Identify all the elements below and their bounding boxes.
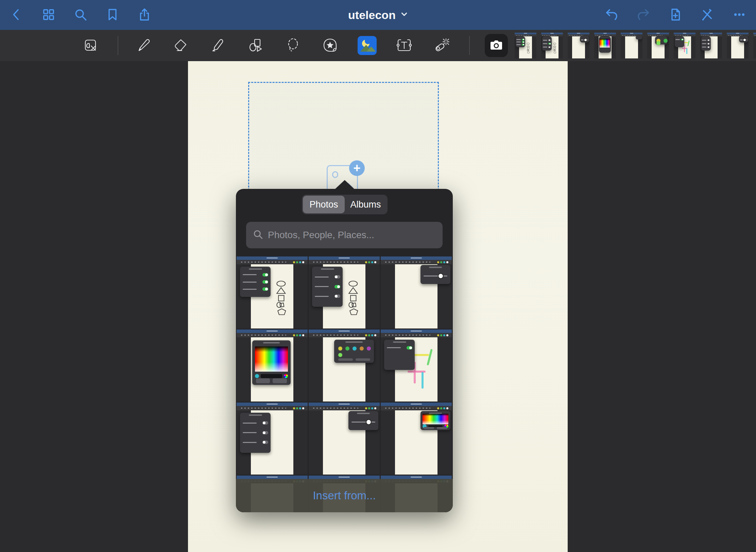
- photo-eraser-options[interactable]: [237, 403, 308, 475]
- mini-navbar: [309, 330, 380, 333]
- mini-toolbar-color-dots: [293, 407, 304, 409]
- mini-toolbar: [381, 260, 452, 264]
- mini-navbar: [237, 476, 308, 479]
- more-button[interactable]: [732, 7, 747, 23]
- photo-picker-popover: Photos Albums Insert from...: [236, 189, 453, 512]
- add-image-plus-badge[interactable]: +: [349, 160, 365, 176]
- pen-tool-button[interactable]: [133, 36, 153, 55]
- text-tool-button[interactable]: [394, 36, 414, 55]
- thumb-highlighter-color-presets[interactable]: [647, 33, 669, 58]
- mini-toggle-row: [243, 288, 268, 291]
- thumbnails-grid-button[interactable]: [41, 7, 56, 23]
- document-title: utelecon: [348, 8, 396, 22]
- thumb-highlighter-strokes[interactable]: [674, 33, 695, 58]
- bookmark-button[interactable]: [105, 7, 120, 23]
- mini-toolbar: [237, 406, 308, 410]
- photo-lasso-tool[interactable]: [237, 256, 308, 328]
- mini-navbar: [309, 403, 380, 406]
- photo-highlighter-color-spectrum[interactable]: [237, 330, 308, 402]
- mini-thickness-slider: [351, 422, 375, 423]
- mini-navbar: [237, 330, 308, 333]
- bookmark-icon: [106, 8, 119, 22]
- mini-toggle-row: [702, 39, 710, 41]
- mini-screenshot: [237, 403, 308, 475]
- photo-shape-tool[interactable]: [309, 256, 380, 328]
- lasso-tool-button[interactable]: [283, 36, 303, 55]
- highlighter-tool-button[interactable]: [208, 36, 228, 55]
- laser-pointer-icon: [433, 37, 450, 54]
- handwriting-tool-button[interactable]: [80, 36, 100, 55]
- photo-search-input[interactable]: [268, 230, 436, 241]
- thumb-pen-color-spectrum[interactable]: [753, 33, 756, 58]
- redo-button[interactable]: [636, 7, 651, 23]
- mini-popover-panel: [312, 267, 343, 307]
- thumb-highlighter-color-spectrum[interactable]: [594, 33, 616, 58]
- eraser-tool-button[interactable]: [171, 36, 190, 55]
- tab-albums[interactable]: Albums: [345, 196, 386, 213]
- add-page-button[interactable]: [668, 7, 683, 23]
- tab-photos[interactable]: Photos: [303, 196, 345, 213]
- shapes-tool-button[interactable]: [245, 36, 265, 55]
- mini-popover-panel: [701, 36, 711, 51]
- mini-screenshot: [753, 33, 756, 58]
- camera-button[interactable]: [485, 34, 508, 57]
- mini-navbar: [309, 476, 380, 479]
- mini-toolbar-color-dots: [437, 334, 448, 336]
- camera-icon: [489, 38, 504, 54]
- mini-popover-panel: [675, 36, 684, 47]
- mini-toggle-row: [543, 46, 551, 48]
- canvas-area: + Photos Albums Insert from...: [0, 61, 756, 552]
- search-button[interactable]: [73, 7, 88, 23]
- mini-preset-dots-row2: [656, 41, 660, 45]
- share-button[interactable]: [137, 7, 152, 23]
- thumb-lasso-tool[interactable]: [515, 33, 536, 58]
- photo-pen-thickness[interactable]: [309, 403, 380, 475]
- mini-popover-panel: [240, 413, 271, 453]
- undo-icon: [605, 8, 618, 22]
- image-tool-button[interactable]: [358, 36, 377, 55]
- mini-toolbar: [381, 333, 452, 337]
- mini-toggle-row: [675, 39, 683, 40]
- highlighter-icon: [210, 37, 226, 54]
- mini-screenshot: [309, 403, 380, 475]
- mini-toolbar: [237, 260, 308, 264]
- undo-button[interactable]: [604, 7, 619, 23]
- toolbar-divider: [118, 36, 118, 55]
- thumb-highlighter-thickness[interactable]: [568, 33, 589, 58]
- mini-toggle-row: [315, 295, 340, 298]
- mini-color-spectrum: [423, 414, 448, 424]
- mini-toggle-row: [387, 346, 412, 349]
- mini-popover-panel: [580, 36, 589, 42]
- mini-popover-panel: [599, 36, 611, 52]
- thumb-shape-tool[interactable]: [541, 33, 563, 58]
- sticker-tool-button[interactable]: [320, 36, 340, 55]
- pen-mode-button[interactable]: [700, 7, 715, 23]
- thumb-blank-page[interactable]: [621, 33, 642, 58]
- mini-toolbar: [309, 406, 380, 410]
- photo-highlighter-color-presets[interactable]: [309, 330, 380, 402]
- mini-navbar: [309, 256, 380, 260]
- thumb-pen-thickness[interactable]: [727, 33, 749, 58]
- mini-toggle-row: [243, 431, 268, 434]
- mini-toggle-row: [543, 39, 551, 41]
- mini-popover-panel: [739, 36, 748, 42]
- photo-highlighter-thickness[interactable]: [381, 256, 452, 328]
- image-placeholder-circle: [332, 171, 338, 178]
- document-title-menu[interactable]: utelecon: [348, 0, 408, 30]
- mini-popover-panel: [636, 36, 642, 39]
- mini-screenshot: [700, 33, 722, 58]
- photo-highlighter-straight-line[interactable]: [381, 330, 452, 402]
- mini-popover-panel: [384, 340, 415, 370]
- mini-button-row: [424, 427, 447, 429]
- photo-search-field[interactable]: [246, 222, 443, 248]
- mini-screenshot: [568, 33, 589, 58]
- mini-toolbar-color-dots: [437, 407, 448, 409]
- photo-pen-color-spectrum[interactable]: [381, 403, 452, 475]
- back-button[interactable]: [9, 7, 24, 23]
- mini-toggle-row: [516, 39, 524, 40]
- laser-pointer-tool-button[interactable]: [432, 36, 451, 55]
- mini-popover-panel: [348, 411, 378, 430]
- thumb-eraser-options[interactable]: [700, 33, 722, 58]
- ellipsis-icon: [733, 8, 746, 22]
- insert-from-button[interactable]: Insert from...: [236, 479, 453, 512]
